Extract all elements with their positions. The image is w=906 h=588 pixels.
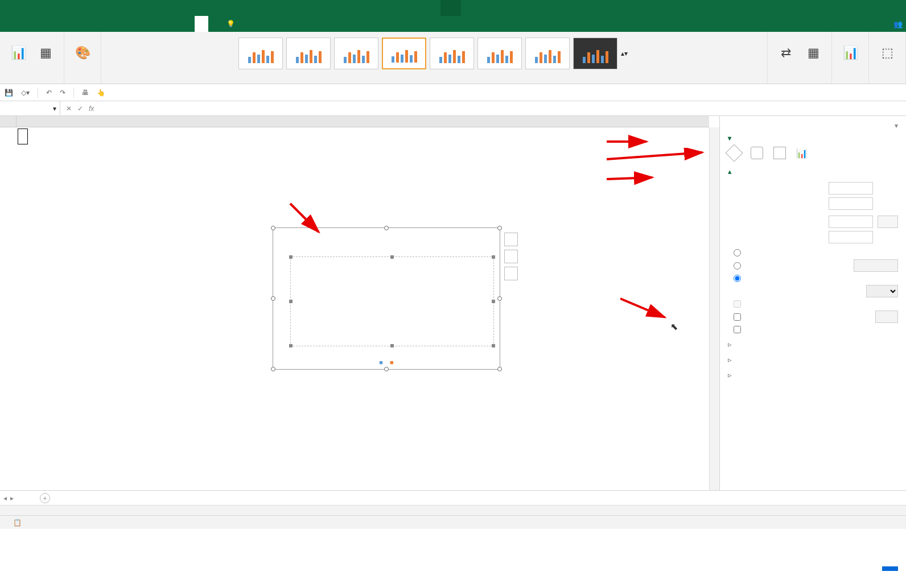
tab-chart-design[interactable] — [195, 16, 208, 32]
chart-object[interactable] — [273, 227, 500, 370]
redo-icon[interactable]: ↷ — [60, 89, 65, 97]
select-data-button[interactable]: ▦ — [800, 34, 827, 73]
worksheet-area[interactable] — [0, 116, 719, 490]
change-chart-type-button[interactable]: 📊 — [837, 34, 864, 73]
section-labels[interactable]: ▹ — [728, 355, 898, 364]
sheet-nav-next[interactable]: ▸ — [10, 494, 14, 502]
section-tick-marks[interactable]: ▹ — [728, 340, 898, 349]
tab-review[interactable] — [96, 16, 109, 32]
name-box-dropdown-icon[interactable]: ▾ — [53, 105, 56, 113]
chart-styles-gallery[interactable]: ▴▾ — [238, 34, 630, 73]
tab-pdf-tools[interactable] — [137, 16, 150, 32]
switch-row-column-button[interactable]: ⇄ — [772, 34, 800, 73]
tab-chart-format[interactable] — [208, 16, 222, 32]
styles-gallery-more[interactable]: ▴▾ — [621, 49, 630, 57]
horizontal-scrollbar[interactable] — [0, 505, 906, 515]
cross-auto-radio[interactable] — [734, 249, 741, 256]
chart-style-8[interactable] — [573, 38, 617, 69]
pane-icon-effects[interactable] — [751, 147, 763, 159]
tab-formulas[interactable] — [68, 16, 82, 32]
chart-style-3[interactable] — [334, 38, 378, 69]
pane-icon-axis-options[interactable]: 📊 — [796, 147, 809, 159]
ribbon-display-options[interactable] — [801, 0, 827, 16]
tab-baidu-netdisk[interactable] — [150, 16, 164, 32]
undo-icon[interactable]: ↶ — [46, 89, 52, 97]
fx-icon[interactable]: fx — [89, 105, 94, 113]
formula-bar: ▾ ✕ ✓ fx — [0, 101, 906, 116]
ribbon-tabs: 💡 👥 — [0, 16, 906, 32]
tab-data[interactable] — [82, 16, 96, 32]
axis-major-reset[interactable] — [878, 216, 898, 228]
ribbon: 📊 ▦ 🎨 ▴▾ ⇄ ▦ 📊 ⬚ — [0, 32, 906, 84]
chart-tools-context-label — [440, 0, 461, 16]
chart-style-1[interactable] — [238, 38, 283, 69]
name-box[interactable]: ▾ — [0, 101, 60, 115]
tab-my-templates[interactable] — [27, 16, 41, 32]
tell-me-box[interactable]: 💡 — [226, 16, 235, 32]
title-bar — [0, 0, 906, 16]
chart-style-2[interactable] — [286, 38, 331, 69]
section-number[interactable]: ▹ — [728, 371, 898, 379]
minimize-button[interactable] — [827, 0, 854, 16]
quick-layout-button[interactable]: ▦ — [32, 34, 59, 73]
add-chart-element-button[interactable]: 📊 — [5, 34, 32, 73]
change-colors-button[interactable]: 🎨 — [69, 34, 96, 73]
move-chart-button[interactable]: ⬚ — [874, 34, 901, 73]
data-table — [17, 127, 29, 147]
cell-grid[interactable] — [17, 127, 709, 490]
confirm-formula-icon[interactable]: ✓ — [77, 105, 83, 113]
axis-major-input[interactable] — [829, 216, 873, 228]
chart-style-5[interactable] — [430, 38, 474, 69]
chart-style-6[interactable] — [477, 38, 522, 69]
cross-value-radio[interactable] — [734, 262, 741, 270]
log-base-input — [875, 310, 898, 323]
chart-y-axis[interactable] — [275, 257, 291, 346]
axis-max-input[interactable] — [829, 197, 873, 210]
touch-mode-icon[interactable]: 👆 — [97, 89, 105, 97]
share-button[interactable]: 👥 — [893, 20, 903, 28]
tab-view[interactable] — [109, 16, 123, 32]
column-headers[interactable] — [17, 116, 709, 127]
section-axis-options[interactable]: ▴ — [728, 167, 898, 176]
show-units-checkbox — [734, 300, 741, 308]
pane-tab-axis-options[interactable]: ▾ — [728, 134, 731, 142]
select-all-cell[interactable] — [0, 116, 17, 127]
log-scale-checkbox[interactable] — [734, 313, 741, 321]
print-icon[interactable]: 🖶 — [82, 89, 89, 97]
move-chart-icon: ⬚ — [878, 44, 896, 62]
pane-icon-fill[interactable] — [725, 144, 743, 162]
tab-insert[interactable] — [41, 16, 55, 32]
select-data-icon: ▦ — [804, 44, 822, 62]
chart-bars[interactable] — [291, 257, 493, 346]
add-element-icon: 📊 — [9, 44, 27, 62]
cancel-formula-icon[interactable]: ✕ — [66, 105, 72, 113]
chart-elements-button[interactable] — [504, 233, 518, 246]
display-units-select[interactable] — [866, 285, 898, 297]
axis-minor-input[interactable] — [829, 231, 873, 243]
sheet-nav-prev[interactable]: ◂ — [3, 494, 7, 502]
axis-min-input[interactable] — [829, 182, 873, 194]
chart-filters-button[interactable] — [504, 267, 518, 280]
chart-legend[interactable] — [273, 359, 500, 366]
vertical-scrollbar[interactable] — [709, 127, 719, 490]
reverse-values-checkbox[interactable] — [734, 326, 741, 333]
maximize-button[interactable] — [854, 0, 880, 16]
chart-type-icon: 📊 — [841, 44, 859, 62]
qat-more-icon[interactable]: ◇▾ — [21, 89, 30, 97]
save-icon[interactable]: 💾 — [5, 89, 13, 97]
chart-style-4[interactable] — [382, 38, 426, 69]
tab-page-layout[interactable] — [55, 16, 68, 32]
chart-plot-area[interactable] — [290, 256, 494, 346]
table-title — [18, 129, 28, 144]
new-sheet-button[interactable]: ＋ — [40, 493, 50, 503]
pane-icon-size[interactable] — [773, 147, 786, 159]
chart-style-7[interactable] — [525, 38, 570, 69]
tab-home[interactable] — [14, 16, 27, 32]
chart-styles-button[interactable] — [504, 250, 518, 263]
close-button[interactable] — [880, 0, 906, 16]
cross-max-radio[interactable] — [734, 275, 741, 282]
tab-developer[interactable] — [123, 16, 137, 32]
sheet-tabs-bar: ◂▸ ＋ — [0, 490, 906, 505]
colors-icon: 🎨 — [73, 44, 92, 62]
tab-file[interactable] — [0, 16, 14, 32]
